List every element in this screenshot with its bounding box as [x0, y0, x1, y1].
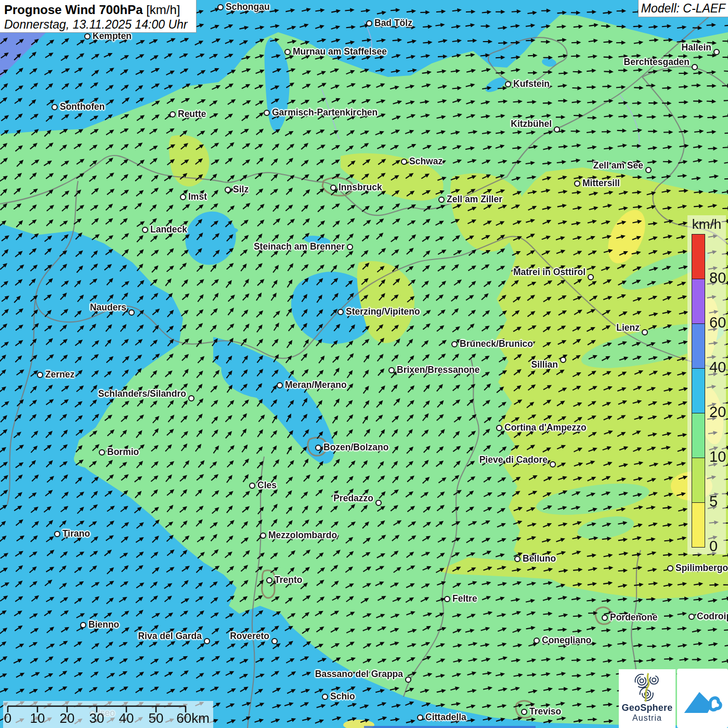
city-marker	[366, 20, 372, 27]
city-label: Sillian	[531, 360, 558, 370]
city-label: Berchtesgaden	[624, 58, 690, 67]
city-marker	[688, 614, 695, 620]
city-label: Meran/Merano	[285, 381, 347, 390]
city-label: Schlanders/Silandro	[98, 389, 186, 399]
city-marker	[330, 185, 336, 191]
city-marker	[271, 638, 278, 644]
city-label: Nauders	[90, 303, 126, 313]
city-label: Feltre	[452, 594, 477, 604]
scale-tick-label: 0	[4, 710, 11, 726]
city-label: Kufstein	[513, 80, 550, 89]
city-marker	[713, 49, 720, 55]
city-marker	[602, 615, 608, 621]
city-label: Schongau	[226, 3, 270, 12]
city-marker	[444, 596, 450, 602]
model-box: Modell: C-LAEF	[638, 0, 728, 17]
city-label: Conegliano	[542, 636, 591, 645]
title-unit: [km/h]	[146, 3, 180, 17]
scale-tick-label: 10	[30, 710, 45, 726]
city-marker	[84, 33, 90, 40]
city-label: Innsbruck	[339, 183, 382, 192]
title-box: Prognose Wind 700hPa [km/h] Donnerstag, …	[0, 0, 197, 33]
city-label: Zell am Ziller	[447, 195, 502, 204]
city-label: Belluno	[523, 554, 556, 564]
city-marker	[574, 180, 580, 187]
city-marker	[496, 425, 502, 431]
city-label: Codroipo	[697, 612, 728, 621]
city-label: Matrei in Osttirol	[513, 268, 586, 277]
city-label: Zell am See	[593, 161, 643, 171]
city-marker	[217, 4, 224, 10]
city-label: Rovereto	[230, 632, 269, 641]
city-label: Bozen/Bolzano	[323, 443, 388, 452]
legend-color-box	[692, 413, 705, 458]
city-marker	[337, 309, 344, 315]
mountain-logo	[677, 669, 728, 728]
legend-color-box	[692, 279, 705, 324]
city-marker	[37, 372, 43, 378]
scale-tick-label: 40	[119, 710, 134, 726]
scale-labels: 0102030405060km	[3, 701, 213, 728]
city-label: Cles	[257, 481, 277, 490]
city-marker	[284, 49, 291, 55]
city-label: Tirano	[62, 529, 90, 539]
model-label: Modell: C-LAEF	[641, 2, 725, 16]
city-marker	[80, 622, 86, 628]
city-label: Pordenone	[610, 613, 657, 622]
city-label: Garmisch-Partenkirchen	[272, 108, 378, 118]
legend-color-box	[692, 368, 705, 413]
title-parameter: Prognose Wind 700hPa	[4, 3, 143, 17]
city-marker	[347, 244, 353, 250]
city-marker	[667, 565, 673, 571]
city-label: Pieve di Cadore	[479, 456, 548, 465]
city-label: Treviso	[529, 707, 561, 717]
city-marker	[322, 694, 328, 700]
city-label: Hallein	[682, 43, 711, 53]
city-marker	[128, 309, 135, 316]
scale-tick-label: 60km	[176, 710, 210, 726]
geosphere-logo: GeoSphere Austria	[619, 669, 675, 728]
legend-tick-label: 10	[709, 448, 726, 465]
city-marker	[554, 126, 560, 133]
geosphere-wordmark: GeoSphere	[619, 703, 675, 713]
city-marker	[438, 197, 445, 203]
city-marker	[188, 395, 194, 401]
city-label: Sonthofen	[60, 102, 105, 112]
legend-color-scale: 806040201050	[692, 234, 705, 548]
city-label: Kitzbühel	[511, 120, 552, 129]
city-label: Silz	[233, 185, 249, 194]
city-label: Landeck	[150, 225, 187, 235]
legend-color-box	[692, 234, 705, 279]
city-label: Mezzolombardo	[268, 531, 337, 540]
city-marker	[521, 709, 527, 715]
city-marker	[277, 382, 283, 388]
scale-tick-label: 30	[89, 710, 105, 726]
city-label: Trento	[275, 576, 302, 585]
city-label: Schio	[330, 692, 355, 701]
geosphere-contour-icon	[631, 672, 664, 703]
city-label: Murnau am Staffelsee	[293, 47, 387, 57]
city-label: Bassano del Grappa	[315, 670, 403, 679]
city-label: Reutte	[178, 110, 206, 119]
legend-color-box	[692, 458, 705, 503]
scale-bar: 0102030405060km	[3, 701, 213, 728]
city-marker	[170, 111, 176, 118]
city-layer: SchongauBad TölzKemptenMurnau am Staffel…	[0, 0, 728, 728]
city-label: Bienno	[88, 620, 119, 630]
city-label: Bad Tölz	[374, 19, 412, 28]
legend: km/h 806040201050	[687, 215, 726, 554]
page-title: Prognose Wind 700hPa [km/h]	[4, 3, 192, 18]
city-marker	[51, 104, 58, 110]
city-marker	[266, 577, 272, 583]
valid-time: Donnerstag, 13.11.2025 14:00 Uhr	[4, 18, 192, 31]
city-marker	[260, 532, 266, 539]
city-label: Cittadella	[425, 713, 466, 722]
city-marker	[550, 461, 556, 467]
legend-tick-label: 40	[709, 359, 726, 376]
city-marker	[588, 274, 594, 280]
city-label: Lienz	[616, 323, 640, 333]
city-marker	[204, 638, 210, 644]
legend-unit-label: km/h	[687, 216, 726, 232]
scale-tick-label: 50	[149, 710, 164, 726]
legend-color-box	[692, 502, 705, 548]
